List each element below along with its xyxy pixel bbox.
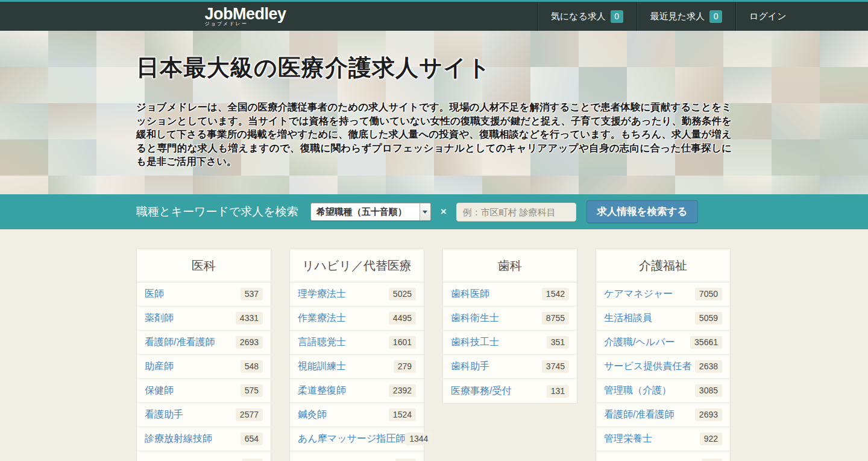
job-row: 看護師/准看護師2693	[137, 331, 271, 355]
job-count-badge: 8755	[542, 312, 569, 325]
job-link[interactable]: 薬剤師	[145, 312, 174, 325]
job-count-badge: 537	[241, 288, 263, 300]
job-link[interactable]: 管理栄養士	[604, 433, 652, 445]
job-row: 歯科技工士351	[443, 331, 577, 355]
job-link[interactable]: 鍼灸師	[298, 409, 327, 421]
job-count-badge: 922	[700, 433, 722, 445]
category-title: 介護福祉	[596, 249, 730, 282]
page-title: 日本最大級の医療介護求人サイト	[136, 52, 732, 83]
job-count-badge: 4331	[236, 312, 263, 325]
job-row: 鍼灸師1524	[290, 403, 424, 427]
job-link[interactable]: 歯科技工士	[451, 336, 499, 349]
job-count-badge: 1542	[542, 288, 569, 300]
job-count-badge: 1344	[405, 433, 432, 445]
category-title: 歯科	[443, 249, 577, 282]
job-count-badge: 1524	[389, 409, 416, 421]
job-row: ケアマネジャー7050	[596, 282, 730, 307]
job-link[interactable]: 歯科衛生士	[451, 312, 499, 325]
job-link[interactable]: 看護師/准看護師	[145, 336, 215, 349]
job-count-badge: 2392	[389, 384, 416, 397]
job-row: 介護職/ヘルパー35661	[596, 331, 730, 355]
job-link[interactable]: 作業療法士	[298, 312, 346, 325]
job-row: 医療事務/受付131	[443, 379, 577, 403]
job-row: 歯科助手3745	[443, 355, 577, 379]
job-link[interactable]: 理学療法士	[298, 288, 346, 300]
job-count-badge: 2693	[236, 336, 263, 349]
job-row: 歯科衛生士8755	[443, 307, 577, 331]
job-count-badge	[395, 459, 416, 461]
job-link[interactable]: 管理職（介護）	[604, 384, 671, 397]
job-count-badge: 2577	[236, 409, 263, 421]
job-type-select[interactable]: 希望職種（五十音順）	[310, 203, 431, 221]
category-card-0: 医科医師537薬剤師4331看護師/准看護師2693助産師548保健師575看護…	[136, 249, 271, 461]
nav-count-badge: 0	[611, 10, 623, 23]
nav-item-label: 最近見た求人	[650, 11, 705, 22]
site-description: ジョブメドレーは、全国の医療介護従事者のための求人サイトです。現場の人材不足を解…	[136, 100, 732, 168]
nav-item-label: 気になる求人	[551, 11, 606, 22]
job-row: 生活相談員5059	[596, 307, 730, 331]
category-card-1: リハビリ／代替医療理学療法士5025作業療法士4495言語聴覚士1601視能訓練…	[289, 249, 424, 461]
job-row: 助産師548	[137, 355, 271, 379]
job-row: 看護助手2577	[137, 403, 271, 427]
chevron-down-icon	[420, 203, 430, 220]
category-title: 医科	[137, 249, 271, 282]
job-row: 診療放射線技師654	[137, 427, 271, 451]
job-count-badge: 279	[394, 360, 416, 373]
job-type-select-value: 希望職種（五十音順）	[316, 206, 407, 218]
job-link[interactable]: ケアマネジャー	[604, 288, 673, 300]
nav-item-2[interactable]: ログイン	[735, 2, 799, 31]
job-link[interactable]: 医療事務/受付	[451, 385, 511, 398]
job-row: 医師537	[137, 282, 271, 307]
nav-item-1[interactable]: 最近見た求人0	[637, 2, 735, 31]
job-count-badge: 5025	[389, 288, 416, 300]
job-row-partial	[290, 451, 424, 461]
job-count-badge: 3085	[695, 384, 722, 397]
job-link[interactable]: 歯科医師	[451, 288, 489, 300]
job-row: 作業療法士4495	[290, 307, 424, 331]
main-content: 医科医師537薬剤師4331看護師/准看護師2693助産師548保健師575看護…	[0, 229, 868, 461]
job-row: 管理栄養士922	[596, 427, 730, 451]
keyword-input[interactable]	[456, 203, 576, 221]
job-count-badge: 2693	[695, 409, 722, 421]
job-row: あん摩マッサージ指圧師1344	[290, 427, 424, 451]
job-link[interactable]: 視能訓練士	[298, 360, 346, 373]
job-link[interactable]: 歯科助手	[451, 360, 489, 373]
job-count-badge: 2638	[695, 360, 722, 373]
job-count-badge: 548	[241, 360, 263, 373]
job-link[interactable]: 柔道整復師	[298, 384, 346, 397]
job-row: サービス提供責任者2638	[596, 355, 730, 379]
search-label: 職種とキーワードで求人を検索	[136, 204, 298, 220]
category-card-3: 介護福祉ケアマネジャー7050生活相談員5059介護職/ヘルパー35661サービ…	[596, 249, 731, 461]
job-count-badge: 575	[241, 384, 263, 397]
job-link[interactable]: 看護助手	[145, 409, 183, 421]
job-row: 看護師/准看護師2693	[596, 403, 730, 427]
job-link[interactable]: 医師	[145, 288, 164, 300]
job-count-badge	[702, 459, 722, 461]
job-count-badge: 654	[241, 433, 263, 445]
job-link[interactable]: 助産師	[145, 360, 174, 373]
job-link[interactable]: 言語聴覚士	[298, 336, 346, 349]
job-link[interactable]: 診療放射線技師	[145, 433, 212, 445]
job-link[interactable]: 看護師/准看護師	[604, 409, 674, 421]
nav-count-badge: 0	[709, 10, 722, 23]
nav-item-0[interactable]: 気になる求人0	[537, 2, 637, 31]
job-row: 歯科医師1542	[443, 282, 577, 307]
job-row-partial	[596, 451, 730, 461]
jobmedley-logo[interactable]: JobMedley ジョブメドレー	[205, 2, 286, 31]
search-submit-button[interactable]: 求人情報を検索する	[587, 200, 699, 223]
job-count-badge: 131	[547, 385, 569, 398]
navbar-menu: 気になる求人0最近見た求人0ログイン	[537, 2, 800, 31]
job-count-badge: 3745	[542, 360, 569, 373]
job-link[interactable]: サービス提供責任者	[604, 360, 691, 373]
logo-title: JobMedley	[205, 6, 286, 22]
job-link[interactable]: 介護職/ヘルパー	[604, 336, 675, 349]
job-count-badge: 7050	[695, 288, 722, 300]
job-count-badge: 4495	[389, 312, 416, 325]
search-band: 職種とキーワードで求人を検索 希望職種（五十音順） × 求人情報を検索する	[0, 194, 868, 229]
job-link[interactable]: 保健師	[145, 384, 174, 397]
job-row: 保健師575	[137, 379, 271, 403]
job-count-badge: 1601	[389, 336, 416, 349]
category-card-2: 歯科歯科医師1542歯科衛生士8755歯科技工士351歯科助手3745医療事務/…	[442, 249, 577, 404]
job-link[interactable]: 生活相談員	[604, 312, 652, 325]
job-link[interactable]: あん摩マッサージ指圧師	[298, 433, 405, 445]
